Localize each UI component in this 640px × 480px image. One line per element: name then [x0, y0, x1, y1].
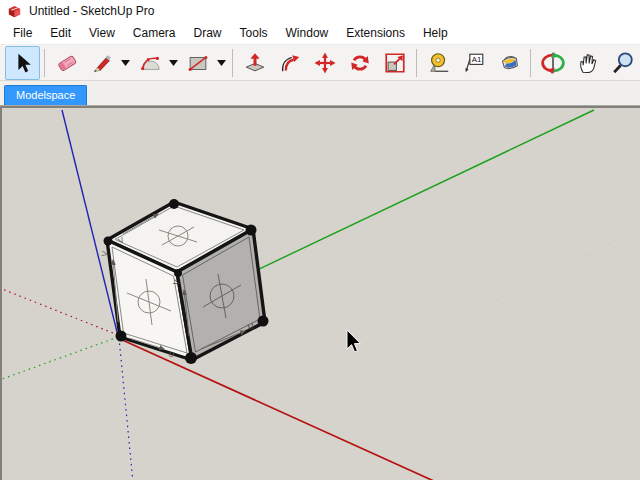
scale-tool-button[interactable]	[377, 46, 412, 80]
axis-negative-red	[2, 289, 118, 335]
menu-window[interactable]: Window	[277, 23, 338, 43]
menu-tools[interactable]: Tools	[231, 23, 277, 43]
push-pull-icon	[243, 51, 267, 75]
push-pull-tool-button[interactable]	[237, 46, 272, 80]
axis-negative-blue	[119, 338, 133, 480]
sketchup-logo-icon	[7, 4, 22, 19]
model-canvas[interactable]: V U V	[2, 108, 640, 480]
menu-edit[interactable]: Edit	[41, 23, 80, 43]
orbit-icon	[541, 51, 565, 75]
arc-tool-button[interactable]	[132, 46, 167, 80]
menu-bar: File Edit View Camera Draw Tools Window …	[0, 22, 640, 45]
paint-bucket-icon	[497, 51, 521, 75]
toolbar: A1	[0, 45, 640, 81]
line-tool-button[interactable]	[84, 46, 119, 80]
toolbar-separator	[530, 49, 531, 77]
tab-modelspace[interactable]: Modelspace	[4, 85, 87, 105]
pan-hand-icon	[576, 51, 600, 75]
toolbar-grip[interactable]	[2, 49, 3, 77]
line-tool-dropdown[interactable]	[119, 47, 132, 79]
rectangle-tool-dropdown[interactable]	[215, 47, 228, 79]
model-viewport[interactable]: V U V	[0, 106, 640, 480]
eraser-tool-button[interactable]	[49, 46, 84, 80]
pan-tool-button[interactable]	[570, 46, 605, 80]
zoom-tool-button[interactable]	[605, 46, 640, 80]
text-tool-button[interactable]: A1	[456, 46, 491, 80]
follow-me-icon	[278, 51, 302, 75]
cursor-arrow	[347, 330, 360, 352]
tape-measure-icon	[427, 51, 451, 75]
eraser-icon	[55, 51, 79, 75]
toolbar-separator	[232, 49, 233, 77]
sketchup-window: Untitled - SketchUp Pro File Edit View C…	[0, 0, 640, 480]
menu-help[interactable]: Help	[414, 23, 457, 43]
follow-me-tool-button[interactable]	[272, 46, 307, 80]
paint-bucket-tool-button[interactable]	[491, 46, 526, 80]
menu-draw[interactable]: Draw	[185, 23, 231, 43]
axis-blue	[62, 110, 118, 336]
scale-icon	[383, 51, 407, 75]
axis-negative-green	[2, 337, 118, 379]
menu-camera[interactable]: Camera	[124, 23, 185, 43]
move-icon	[313, 51, 337, 75]
menu-view[interactable]: View	[80, 23, 124, 43]
chevron-down-icon	[217, 60, 226, 66]
rectangle-icon	[186, 51, 210, 75]
arc-icon	[138, 51, 162, 75]
menu-extensions[interactable]: Extensions	[337, 23, 414, 43]
toolbar-separator	[44, 49, 45, 77]
chevron-down-icon	[121, 60, 130, 66]
move-tool-button[interactable]	[307, 46, 342, 80]
scene-tab-strip: Modelspace	[0, 81, 640, 106]
rotate-icon	[348, 51, 372, 75]
title-bar: Untitled - SketchUp Pro	[0, 0, 640, 22]
menu-file[interactable]: File	[4, 23, 41, 43]
select-arrow-icon	[11, 51, 35, 75]
window-title: Untitled - SketchUp Pro	[29, 4, 154, 18]
axis-red	[118, 338, 436, 480]
chevron-down-icon	[169, 60, 178, 66]
text-tool-label: A1	[471, 55, 481, 64]
rotate-tool-button[interactable]	[342, 46, 377, 80]
cube-model[interactable]: V U V	[100, 199, 268, 364]
text-icon: A1	[462, 51, 486, 75]
tape-measure-tool-button[interactable]	[421, 46, 456, 80]
pencil-icon	[90, 51, 114, 75]
arc-tool-dropdown[interactable]	[167, 47, 180, 79]
zoom-magnifier-icon	[611, 51, 635, 75]
toolbar-separator	[416, 49, 417, 77]
rectangle-tool-button[interactable]	[180, 46, 215, 80]
orbit-tool-button[interactable]	[535, 46, 570, 80]
select-tool-button[interactable]	[5, 46, 40, 80]
